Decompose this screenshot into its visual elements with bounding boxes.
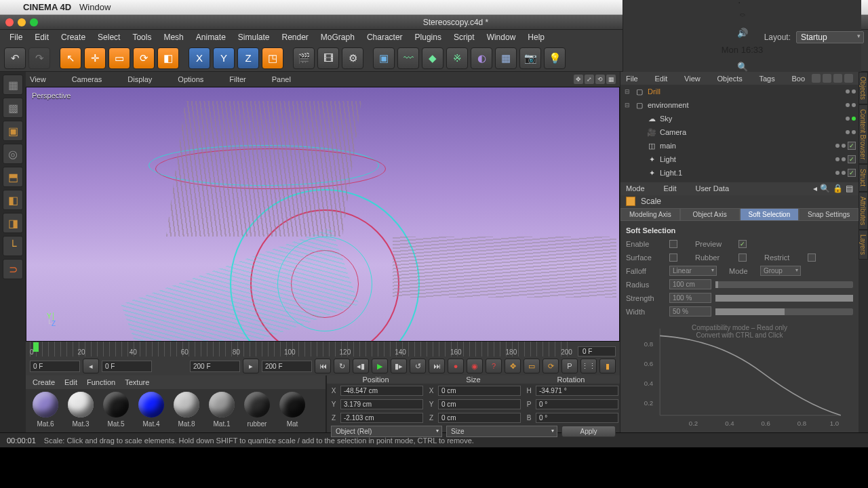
pos-Y[interactable] <box>340 399 423 409</box>
side-tab-struct[interactable]: Struct <box>859 164 868 191</box>
material-Mat.6[interactable]: Mat.6 <box>30 392 61 430</box>
om-search-icon[interactable] <box>812 74 821 83</box>
vp-zoom-icon[interactable]: ⤢ <box>585 75 594 84</box>
range-start[interactable]: 0 F <box>30 361 80 372</box>
obj-check[interactable]: ✓ <box>848 155 856 163</box>
coord-size-dropdown[interactable]: Size <box>446 426 557 437</box>
mat-menu-edit[interactable]: Edit <box>64 378 77 386</box>
record-button[interactable]: ● <box>448 359 464 373</box>
enable-checkbox[interactable] <box>669 240 677 248</box>
om-menu-view[interactable]: View <box>684 75 701 83</box>
loop-button[interactable]: ↻ <box>334 359 350 373</box>
menu-script[interactable]: Script <box>448 31 480 43</box>
axis-x-toggle[interactable]: X <box>189 47 210 69</box>
render-pv-button[interactable]: 🎞 <box>317 47 339 69</box>
next-frame[interactable]: ▮▸ <box>391 359 407 373</box>
side-tab-objects[interactable]: Objects <box>859 72 868 104</box>
om-menu-edit[interactable]: Edit <box>654 75 667 83</box>
om-opts-icon[interactable] <box>844 74 853 83</box>
clock[interactable]: Mon 16:33 <box>722 45 763 55</box>
layout-dropdown[interactable]: Startup <box>796 31 864 43</box>
menu-mesh[interactable]: Mesh <box>158 31 189 43</box>
primitive-button[interactable]: ▣ <box>373 47 395 69</box>
last-tool[interactable]: ◧ <box>157 47 179 69</box>
range-to[interactable]: 200 F <box>190 361 240 372</box>
menu-simulate[interactable]: Simulate <box>233 31 275 43</box>
redo-button[interactable]: ↷ <box>28 47 50 69</box>
menu-character[interactable]: Character <box>361 31 408 43</box>
camera-button[interactable]: 📷 <box>519 47 541 69</box>
undo-button[interactable]: ↶ <box>4 47 26 69</box>
scale-tool[interactable]: ▭ <box>108 47 130 69</box>
menu-create[interactable]: Create <box>56 31 91 43</box>
obj-check[interactable]: ✓ <box>848 169 856 177</box>
axis-icon[interactable]: └ <box>3 236 23 256</box>
material-Mat.3[interactable]: Mat.3 <box>65 392 96 430</box>
mat-menu-create[interactable]: Create <box>33 378 55 386</box>
mode-dropdown[interactable]: Group <box>760 266 801 276</box>
pos-X[interactable] <box>340 386 423 396</box>
rot-H[interactable] <box>536 386 618 396</box>
strength-input[interactable]: 100 % <box>669 293 711 303</box>
rot-P[interactable] <box>536 399 618 409</box>
select-tool[interactable]: ↖ <box>60 47 81 69</box>
key-pos[interactable]: ✥ <box>505 359 521 373</box>
vp-rotate-icon[interactable]: ⟲ <box>595 75 605 84</box>
menu-tools[interactable]: Tools <box>127 31 157 43</box>
om-menu-tags[interactable]: Tags <box>759 75 774 83</box>
light-button[interactable]: 💡 <box>544 47 566 69</box>
attr-new-icon[interactable]: ▤ <box>846 184 853 193</box>
rot-B[interactable] <box>536 413 618 423</box>
render-view-button[interactable]: 🎬 <box>293 47 315 69</box>
mac-menu-item[interactable]: Window <box>79 2 111 12</box>
obj-Light.1[interactable]: ✦ Light.1 ✓ <box>620 166 859 180</box>
key-grid[interactable]: ⋮⋮ <box>580 359 597 373</box>
dropbox-icon[interactable]: ⋰ <box>738 0 747 4</box>
vp-menu-display[interactable]: Display <box>127 75 152 83</box>
width-input[interactable]: 50 % <box>669 306 711 317</box>
nurbs-button[interactable]: ◆ <box>422 47 443 69</box>
range-end[interactable]: 200 F <box>262 361 312 372</box>
texture-mode[interactable]: ◎ <box>3 144 23 164</box>
om-menu-file[interactable]: File <box>626 75 638 83</box>
floor-button[interactable]: ▦ <box>495 47 517 69</box>
attr-search-icon[interactable]: 🔍 <box>820 184 830 193</box>
size-Z[interactable] <box>438 413 521 423</box>
attr-back-icon[interactable]: ◂ <box>813 184 817 193</box>
autokey-button[interactable]: ◉ <box>467 359 483 373</box>
falloff-dropdown[interactable]: Linear <box>669 266 717 276</box>
cloner-button[interactable]: ※ <box>446 47 468 69</box>
key-scale[interactable]: ▭ <box>524 359 540 373</box>
close-icon[interactable] <box>5 18 14 26</box>
model-mode[interactable]: ▩ <box>3 98 23 118</box>
make-editable[interactable]: ▦ <box>3 75 23 95</box>
width-slider[interactable] <box>715 308 853 315</box>
coord-apply-button[interactable]: Apply <box>561 426 616 437</box>
vp-menu-panel[interactable]: Panel <box>272 75 291 83</box>
side-tab-attributes[interactable]: Attributes <box>859 192 868 230</box>
key-rot[interactable]: ⟳ <box>542 359 559 373</box>
material-Mat.4[interactable]: Mat.4 <box>136 392 167 430</box>
attr-lock-icon[interactable]: 🔒 <box>833 184 843 193</box>
axis-z-toggle[interactable]: Z <box>237 47 259 69</box>
object-mode[interactable]: ▣ <box>3 121 23 141</box>
obj-Drill[interactable]: ⊟ ▢ Drill <box>620 85 859 98</box>
side-tab-content-browser[interactable]: Content Browser <box>859 104 868 164</box>
mat-menu-function[interactable]: Function <box>87 378 115 386</box>
zoom-icon[interactable] <box>30 18 38 26</box>
world-axis[interactable]: ◳ <box>262 47 283 69</box>
side-tab-layers[interactable]: Layers <box>859 230 868 260</box>
material-rubber[interactable]: rubber <box>241 392 273 430</box>
obj-Light[interactable]: ✦ Light ✓ <box>620 152 859 166</box>
attr-tab-snap-settings[interactable]: Snap Settings <box>799 208 859 221</box>
attr-menu-mode[interactable]: Mode <box>626 184 645 192</box>
size-Y[interactable] <box>438 399 521 409</box>
vp-menu-filter[interactable]: Filter <box>229 75 245 83</box>
vp-move-icon[interactable]: ✥ <box>574 75 583 84</box>
material-Mat[interactable]: Mat <box>277 392 308 430</box>
attr-tab-modeling-axis[interactable]: Modeling Axis <box>620 208 680 221</box>
render-settings-button[interactable]: ⚙ <box>342 47 363 69</box>
attr-menu-edit[interactable]: Edit <box>664 184 677 192</box>
menu-mograph[interactable]: MoGraph <box>315 31 360 43</box>
goto-end[interactable]: ⏭ <box>429 359 445 373</box>
